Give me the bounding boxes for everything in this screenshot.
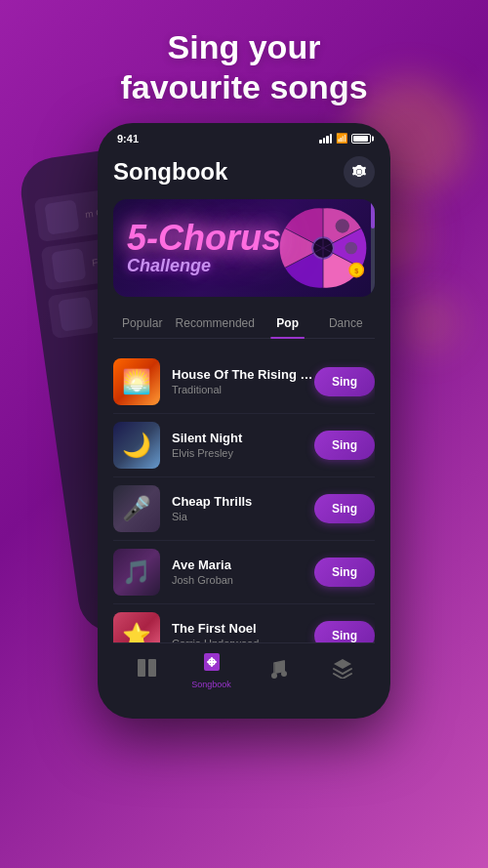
nav-songbook[interactable]: Songbook: [179, 651, 244, 689]
bottom-navigation: Songbook: [113, 642, 375, 701]
status-bar: 9:41 📶: [98, 123, 390, 148]
song-info-silent: Silent Night Elvis Presley: [172, 431, 314, 459]
status-icons: 📶: [319, 133, 371, 144]
app-header: Songbook: [113, 148, 375, 199]
song-artist-ave: Josh Groban: [172, 574, 314, 586]
sing-button-house[interactable]: Sing: [314, 367, 375, 396]
svg-text:$: $: [354, 267, 358, 275]
svg-point-9: [346, 241, 358, 254]
sing-button-noel[interactable]: Sing: [314, 621, 375, 642]
hero-title: Sing your favourite songs: [20, 27, 468, 107]
song-title-house: House Of The Rising Sun: [172, 367, 314, 382]
tab-pop[interactable]: Pop: [259, 310, 317, 338]
banner-headline: 5-Chorus: [127, 220, 281, 255]
song-title-ave: Ave Maria: [172, 558, 314, 572]
battery-icon: [351, 134, 371, 144]
nav-more[interactable]: [309, 657, 375, 683]
song-artist-house: Traditional: [172, 384, 314, 395]
banner-text: 5-Chorus Challenge: [127, 220, 281, 275]
layers-icon: [332, 657, 353, 683]
settings-button[interactable]: [344, 156, 375, 187]
hero-title-area: Sing your favourite songs: [0, 0, 488, 123]
song-thumbnail-cheap: 🎤: [113, 485, 160, 532]
main-phone: 9:41 📶 Songbook: [98, 123, 390, 719]
nav-play[interactable]: [113, 657, 179, 683]
banner-subheadline: Challenge: [127, 255, 281, 275]
song-info-noel: The First Noel Carrie Underwood: [172, 621, 314, 642]
time-display: 9:41: [117, 133, 139, 145]
song-thumbnail-house: 🌅: [113, 358, 160, 405]
prize-wheel: $: [279, 204, 367, 292]
song-item-ave: 🎵 Ave Maria Josh Groban Sing: [113, 541, 375, 604]
nav-songbook-label: Songbook: [191, 680, 231, 689]
sing-button-silent[interactable]: Sing: [314, 431, 375, 460]
category-tabs: Popular Recommended Pop Dance: [113, 310, 375, 339]
music-note-icon: [266, 657, 288, 683]
song-list: 🌅 House Of The Rising Sun Traditional Si…: [113, 351, 375, 642]
song-title-cheap: Cheap Thrills: [172, 494, 314, 509]
play-icon: [136, 657, 157, 683]
wifi-icon: 📶: [336, 133, 347, 144]
song-artist-cheap: Sia: [172, 511, 314, 522]
signal-icon: [319, 134, 332, 144]
promo-banner[interactable]: 5-Chorus Challenge: [113, 199, 375, 297]
song-item-cheap: 🎤 Cheap Thrills Sia Sing: [113, 477, 375, 541]
song-info-ave: Ave Maria Josh Groban: [172, 558, 314, 586]
svg-rect-12: [138, 659, 145, 677]
tab-dance[interactable]: Dance: [316, 310, 375, 338]
sing-button-ave[interactable]: Sing: [314, 558, 375, 587]
song-item-house: 🌅 House Of The Rising Sun Traditional Si…: [113, 351, 375, 414]
svg-point-8: [336, 219, 349, 232]
song-item-silent: 🌙 Silent Night Elvis Presley Sing: [113, 414, 375, 477]
gear-icon: [351, 164, 367, 180]
song-thumbnail-silent: 🌙: [113, 422, 160, 469]
song-title-silent: Silent Night: [172, 431, 314, 445]
phone-wrapper: m O... Sing Fool S... Sing (u) That G Si…: [88, 123, 400, 868]
banner-scrollbar: [371, 199, 375, 297]
song-artist-silent: Elvis Presley: [172, 447, 314, 459]
songbook-icon: [201, 651, 223, 678]
song-title-noel: The First Noel: [172, 621, 314, 636]
song-item-noel: ⭐ The First Noel Carrie Underwood Sing: [113, 604, 375, 642]
song-info-house: House Of The Rising Sun Traditional: [172, 367, 314, 395]
tab-popular[interactable]: Popular: [113, 310, 172, 338]
sing-button-cheap[interactable]: Sing: [314, 494, 375, 523]
tab-recommended[interactable]: Recommended: [172, 310, 259, 338]
song-thumbnail-ave: 🎵: [113, 549, 160, 596]
nav-music[interactable]: [244, 657, 309, 683]
svg-rect-13: [148, 659, 156, 677]
app-content: Songbook 5-Chorus Challenge: [98, 148, 390, 701]
app-title: Songbook: [113, 158, 227, 186]
thumb-emoji: 🌅: [122, 368, 151, 395]
song-info-cheap: Cheap Thrills Sia: [172, 494, 314, 522]
song-thumbnail-noel: ⭐: [113, 612, 160, 642]
